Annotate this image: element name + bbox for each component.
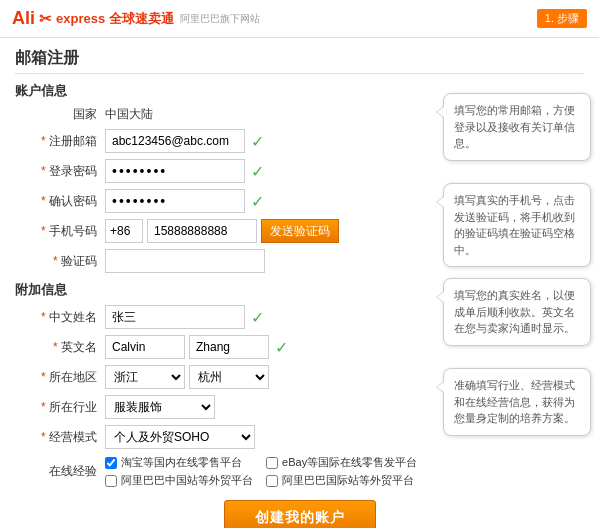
tooltip-industry: 准确填写行业、经营模式和在线经营信息，获得为您量身定制的培养方案。 — [443, 368, 591, 436]
password-row: * 登录密码 ✓ — [15, 159, 584, 183]
required-marker: * — [41, 370, 46, 384]
en-name-check-icon: ✓ — [275, 338, 288, 357]
checkbox-ebay[interactable] — [266, 457, 278, 469]
required-marker: * — [41, 134, 46, 148]
logo-express: express — [56, 11, 105, 26]
create-account-button[interactable]: 创建我的账户 — [224, 500, 376, 528]
email-check-icon: ✓ — [251, 132, 264, 151]
header: Ali ✂ express 全球速卖通 阿里巴巴旗下网站 1. 步骤 — [0, 0, 599, 38]
industry-label: * 所在行业 — [25, 399, 105, 416]
password-check-icon: ✓ — [251, 162, 264, 181]
verify-label: * 验证码 — [25, 253, 105, 270]
confirm-label: * 确认密码 — [25, 193, 105, 210]
checkbox-item-alibaba-cn[interactable]: 阿里巴巴中国站等外贸平台 — [105, 473, 256, 488]
create-btn-area: 创建我的账户 — [15, 500, 584, 528]
location-group: 浙江 杭州 — [105, 365, 269, 389]
city-select[interactable]: 杭州 — [189, 365, 269, 389]
logo-ali: Ali — [12, 8, 35, 29]
country-code-input[interactable] — [105, 219, 143, 243]
checkbox-item-ebay[interactable]: eBay等国际在线零售发平台 — [266, 455, 417, 470]
verify-input[interactable] — [105, 249, 265, 273]
province-select[interactable]: 浙江 — [105, 365, 185, 389]
required-marker: * — [53, 254, 58, 268]
confirm-input[interactable] — [105, 189, 245, 213]
checkbox-item-alibaba-intl[interactable]: 阿里巴巴国际站等外贸平台 — [266, 473, 417, 488]
phone-label: * 手机号码 — [25, 223, 105, 240]
required-marker: * — [53, 340, 58, 354]
country-label: 国家 — [25, 106, 105, 123]
phone-input-group: 发送验证码 — [105, 219, 339, 243]
page-wrapper: Ali ✂ express 全球速卖通 阿里巴巴旗下网站 1. 步骤 邮箱注册 … — [0, 0, 599, 528]
password-input[interactable] — [105, 159, 245, 183]
page-title: 邮箱注册 — [15, 48, 584, 74]
required-marker: * — [41, 194, 46, 208]
online-label: 在线经验 — [25, 463, 105, 480]
required-marker: * — [41, 310, 46, 324]
step-badge: 1. 步骤 — [537, 9, 587, 28]
en-name-label: * 英文名 — [25, 339, 105, 356]
location-label: * 所在地区 — [25, 369, 105, 386]
phone-number-input[interactable] — [147, 219, 257, 243]
logo-area: Ali ✂ express 全球速卖通 阿里巴巴旗下网站 — [12, 8, 260, 29]
required-marker: * — [41, 164, 46, 178]
required-marker: * — [41, 430, 46, 444]
tooltip-email: 填写您的常用邮箱，方便登录以及接收有关订单信息。 — [443, 93, 591, 161]
email-label: * 注册邮箱 — [25, 133, 105, 150]
checkbox-item-taobao[interactable]: 淘宝等国内在线零售平台 — [105, 455, 256, 470]
tooltip-name: 填写您的真实姓名，以便成单后顺利收款。英文名在您与卖家沟通时显示。 — [443, 278, 591, 346]
en-name-group — [105, 335, 269, 359]
required-marker: * — [41, 224, 46, 238]
checkbox-grid: 淘宝等国内在线零售平台 eBay等国际在线零售发平台 阿里巴巴中国站等外贸平台 … — [105, 455, 417, 488]
industry-select[interactable]: 服装服饰 — [105, 395, 215, 419]
scissors-icon: ✂ — [39, 10, 52, 28]
cn-name-label: * 中文姓名 — [25, 309, 105, 326]
biz-label: * 经营模式 — [25, 429, 105, 446]
password-label: * 登录密码 — [25, 163, 105, 180]
en-last-name-input[interactable] — [189, 335, 269, 359]
logo-sub: 阿里巴巴旗下网站 — [180, 12, 260, 26]
send-verification-button[interactable]: 发送验证码 — [261, 219, 339, 243]
cn-name-check-icon: ✓ — [251, 308, 264, 327]
en-first-name-input[interactable] — [105, 335, 185, 359]
checkbox-taobao[interactable] — [105, 457, 117, 469]
checkbox-alibaba-cn[interactable] — [105, 475, 117, 487]
online-row: 在线经验 淘宝等国内在线零售平台 eBay等国际在线零售发平台 阿里巴巴中国站等… — [15, 455, 584, 488]
main-content: 邮箱注册 账户信息 国家 中国大陆 * 注册邮箱 ✓ * 登录密码 ✓ — [0, 38, 599, 528]
biz-select[interactable]: 个人及外贸SOHO — [105, 425, 255, 449]
confirm-check-icon: ✓ — [251, 192, 264, 211]
email-input[interactable] — [105, 129, 245, 153]
cn-name-input[interactable] — [105, 305, 245, 329]
country-value: 中国大陆 — [105, 106, 153, 123]
required-marker: * — [41, 400, 46, 414]
checkbox-alibaba-intl[interactable] — [266, 475, 278, 487]
logo-cn: 全球速卖通 — [109, 10, 174, 28]
tooltip-phone: 填写真实的手机号，点击发送验证码，将手机收到的验证码填在验证码空格中。 — [443, 183, 591, 267]
